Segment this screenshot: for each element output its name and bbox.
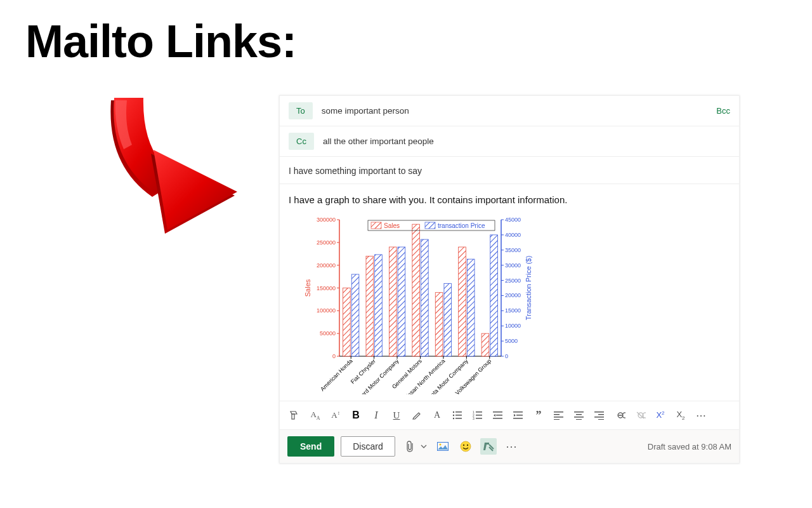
svg-rect-52 xyxy=(398,247,405,356)
body-area[interactable]: I have a graph to share with you. It con… xyxy=(280,184,739,401)
draft-status: Draft saved at 9:08 AM xyxy=(648,442,731,451)
superscript-icon[interactable]: X2 xyxy=(652,406,669,424)
svg-rect-93 xyxy=(516,415,523,416)
bullets-icon[interactable] xyxy=(449,406,466,424)
highlight-icon[interactable] xyxy=(408,406,426,424)
svg-text:Sales: Sales xyxy=(304,279,311,297)
outdent-icon[interactable] xyxy=(489,406,507,424)
bcc-link[interactable]: Bcc xyxy=(716,106,730,116)
svg-text:100000: 100000 xyxy=(317,307,336,314)
svg-rect-89 xyxy=(493,411,502,413)
send-button[interactable]: Send xyxy=(287,436,334,457)
svg-text:25000: 25000 xyxy=(505,277,521,284)
svg-rect-51 xyxy=(389,247,396,356)
unlink-icon[interactable] xyxy=(631,406,649,424)
link-icon[interactable] xyxy=(611,406,629,424)
svg-rect-106 xyxy=(598,419,604,420)
svg-rect-97 xyxy=(554,417,563,418)
indent-icon[interactable] xyxy=(509,406,527,424)
svg-rect-101 xyxy=(574,417,584,418)
svg-point-108 xyxy=(439,444,441,446)
svg-rect-103 xyxy=(594,411,604,413)
more-actions-icon[interactable]: ⋯ xyxy=(503,438,520,455)
svg-rect-71 xyxy=(371,222,381,229)
font-size-up-icon[interactable]: A↕ xyxy=(327,406,344,424)
more-format-icon[interactable]: ⋯ xyxy=(692,406,710,424)
svg-rect-94 xyxy=(513,418,523,419)
cc-row: Cc all the other important people xyxy=(280,126,739,157)
align-left-icon[interactable] xyxy=(550,406,568,424)
svg-rect-104 xyxy=(598,414,604,415)
svg-point-79 xyxy=(453,415,454,416)
svg-rect-60 xyxy=(444,283,452,356)
svg-rect-84 xyxy=(476,411,482,413)
svg-text:Sales: Sales xyxy=(384,222,400,229)
svg-rect-63 xyxy=(459,247,466,356)
numbering-icon[interactable]: 123 xyxy=(469,406,487,424)
font-color-icon[interactable]: A xyxy=(428,406,446,424)
format-toolbar: AAA↕BIUA123”X2X2⋯ xyxy=(280,401,739,429)
italic-icon[interactable]: I xyxy=(367,406,385,424)
align-right-icon[interactable] xyxy=(591,406,608,424)
svg-rect-68 xyxy=(490,235,498,356)
svg-rect-105 xyxy=(594,417,604,418)
svg-rect-76 xyxy=(292,414,294,419)
to-row: To some important person Bcc xyxy=(280,96,739,126)
cc-chip[interactable]: Cc xyxy=(289,133,314,150)
svg-point-111 xyxy=(467,444,468,446)
svg-text:transaction Price: transaction Price xyxy=(438,222,485,229)
svg-rect-98 xyxy=(554,419,560,420)
svg-rect-99 xyxy=(574,411,584,413)
red-arrow-graphic xyxy=(95,95,241,235)
svg-rect-47 xyxy=(366,256,374,356)
attach-icon[interactable] xyxy=(402,438,418,455)
format-painter-icon[interactable] xyxy=(286,406,304,424)
svg-text:0: 0 xyxy=(332,353,336,359)
svg-point-110 xyxy=(463,444,464,446)
svg-text:150000: 150000 xyxy=(317,285,336,291)
svg-rect-95 xyxy=(554,411,563,413)
svg-rect-44 xyxy=(351,274,359,356)
svg-rect-48 xyxy=(375,255,383,356)
svg-rect-59 xyxy=(435,293,443,356)
svg-rect-102 xyxy=(576,419,582,420)
svg-rect-92 xyxy=(513,411,523,413)
to-chip[interactable]: To xyxy=(289,102,313,119)
bold-icon[interactable]: B xyxy=(347,406,365,424)
svg-text:50000: 50000 xyxy=(320,330,336,337)
discard-button[interactable]: Discard xyxy=(341,436,395,457)
svg-text:40000: 40000 xyxy=(505,232,521,238)
subject-input[interactable]: I have something important to say xyxy=(280,157,739,184)
to-input[interactable]: some important person xyxy=(322,106,708,116)
subscript-icon[interactable]: X2 xyxy=(672,406,690,424)
svg-point-81 xyxy=(453,418,454,419)
font-size-down-icon[interactable]: AA xyxy=(306,406,324,424)
svg-text:10000: 10000 xyxy=(505,323,521,329)
svg-rect-91 xyxy=(493,418,502,419)
compose-window: To some important person Bcc Cc all the … xyxy=(279,95,740,464)
svg-rect-55 xyxy=(412,224,420,356)
svg-rect-86 xyxy=(476,415,482,416)
svg-rect-67 xyxy=(481,333,489,356)
format-toggle-icon[interactable] xyxy=(480,438,497,455)
insert-image-icon[interactable] xyxy=(435,438,451,455)
svg-text:200000: 200000 xyxy=(317,262,336,269)
cc-input[interactable]: all the other important people xyxy=(323,137,730,146)
attach-dropdown-icon[interactable] xyxy=(419,438,428,455)
svg-point-109 xyxy=(461,441,471,451)
svg-text:5000: 5000 xyxy=(505,338,518,344)
svg-text:15000: 15000 xyxy=(505,307,521,314)
align-center-icon[interactable] xyxy=(570,406,588,424)
quote-icon[interactable]: ” xyxy=(530,406,547,424)
emoji-icon[interactable] xyxy=(457,438,474,455)
svg-point-77 xyxy=(453,411,454,413)
svg-text:0: 0 xyxy=(505,353,508,359)
underline-icon[interactable]: U xyxy=(388,406,405,424)
svg-rect-96 xyxy=(554,414,560,415)
svg-text:Transaction Price ($): Transaction Price ($) xyxy=(525,256,532,321)
svg-rect-64 xyxy=(467,259,475,356)
svg-text:35000: 35000 xyxy=(505,247,521,253)
svg-text:45000: 45000 xyxy=(505,217,521,223)
svg-rect-43 xyxy=(343,288,351,357)
svg-rect-80 xyxy=(455,415,462,416)
